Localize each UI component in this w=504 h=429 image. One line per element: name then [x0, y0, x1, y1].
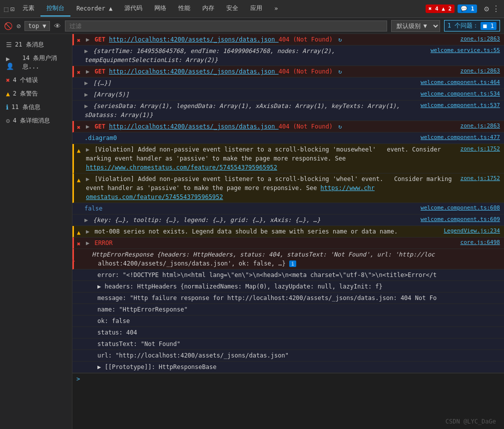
sidebar: ☰ 21 条消息 ▶ 👤 14 条用户消息... ✖ 4 个错误 ▲ 2 条警告…	[0, 34, 72, 429]
prop-prototype: ▶ [[Prototype]]: HttpResponseBase	[72, 362, 504, 373]
entry-source-12[interactable]: welcome.component.ts:609	[421, 216, 500, 224]
http-method-3: GET	[94, 123, 105, 130]
warning-entry-icon-2: ▲	[77, 176, 80, 184]
tab-more[interactable]: »	[268, 2, 284, 16]
http-url-3[interactable]: http://localhost:4200/assets/_jsons/data…	[109, 123, 279, 130]
error-entry-icon-1: ✖	[77, 36, 80, 45]
settings-icon[interactable]: ⚙	[484, 4, 489, 14]
warning-icon: ▲	[6, 90, 10, 98]
entry-source-9[interactable]: zone.js:1752	[461, 145, 500, 154]
entry-source-13[interactable]: LegendView.js:234	[444, 227, 500, 236]
filter-input[interactable]	[65, 20, 387, 32]
prop-name-url: url:	[97, 352, 115, 359]
entry-source-3[interactable]: zone.js:2863	[461, 67, 500, 76]
tab-console[interactable]: 控制台	[40, 1, 70, 16]
error-entry-icon-2: ✖	[77, 68, 80, 77]
violation-link-2[interactable]: https://www.chr omestatus.com/feature/57…	[86, 184, 375, 200]
entry-content-6: ▶ {seriesData: Array(1), legendData: Arr…	[84, 102, 415, 120]
violation-text-2: [Violation] Added non-passive event list…	[86, 176, 452, 200]
expand-btn-6[interactable]: ▶	[84, 102, 89, 110]
sidebar-item-verbose[interactable]: ⚙ 4 条详细消息	[0, 114, 72, 128]
sidebar-item-error[interactable]: ✖ 4 个错误	[0, 74, 72, 87]
expand-btn-10[interactable]: ▶	[84, 216, 89, 224]
level-select[interactable]: 默认级别 ▼	[391, 20, 440, 32]
prop-value-ok: false	[112, 318, 130, 324]
sidebar-item-warning[interactable]: ▲ 2 条警告	[0, 87, 72, 100]
tab-memory[interactable]: 内存	[196, 1, 220, 16]
entry-source-5[interactable]: welcome.component.ts:534	[421, 90, 500, 98]
expand-btn-8[interactable]: ▶	[86, 145, 91, 154]
expand-btn-3[interactable]: ▶	[86, 67, 91, 76]
tab-elements[interactable]: 元素	[16, 1, 40, 16]
obj-text-1: {startTime: 1649558645768, endTime: 1649…	[84, 48, 335, 64]
clear-icon[interactable]: 🚫	[4, 22, 12, 30]
info-badge[interactable]: 💬 1	[458, 4, 477, 13]
expand-btn-9[interactable]: ▶	[86, 174, 91, 184]
expand-btn-5[interactable]: ▶	[84, 90, 89, 99]
tab-network[interactable]: 网络	[148, 1, 172, 16]
entry-content-2: ▶ {startTime: 1649558645768, endTime: 16…	[84, 46, 425, 64]
entry-source-14[interactable]: core.js:6498	[461, 238, 500, 247]
entry-line-12: ▶ {key: {…}, tooltip: {…}, legend: {…}, …	[84, 216, 500, 224]
entry-source-4[interactable]: welcome.component.ts:464	[421, 78, 500, 87]
tab-recorder[interactable]: Recorder ▲	[70, 2, 118, 16]
entry-source-10[interactable]: zone.js:1752	[461, 174, 500, 183]
sidebar-item-all[interactable]: ☰ 21 条消息	[0, 38, 72, 52]
refresh-icon-2[interactable]: ↻	[338, 68, 342, 75]
more-icon[interactable]: ⋮	[492, 4, 500, 14]
console-panel[interactable]: ✖ ▶ GET http://localhost:4200/assets/_js…	[72, 34, 504, 429]
entry-source-7[interactable]: zone.js:2863	[461, 122, 500, 130]
expand-btn-11[interactable]: ▶	[86, 227, 91, 236]
pin-icon[interactable]: ⬚	[4, 5, 8, 13]
refresh-icon-3[interactable]: ↻	[338, 123, 342, 130]
tab-performance[interactable]: 性能	[172, 1, 196, 16]
sidebar-item-error-label: 4 个错误	[13, 76, 38, 84]
http-url-1[interactable]: http://localhost:4200/assets/_jsons/data…	[109, 36, 279, 43]
entry-content-13: ▶ mot-008 series not exists. Legend data…	[86, 227, 438, 236]
tab-application[interactable]: 应用	[244, 1, 268, 16]
prop-name-name: name:	[97, 306, 119, 313]
entry-content-7: ▶ GET http://localhost:4200/assets/_json…	[86, 122, 455, 131]
issue-badge[interactable]: 1 个问题： ■ 1	[444, 20, 500, 32]
console-entry-error-2: ✖ ▶ GET http://localhost:4200/assets/_js…	[72, 66, 504, 78]
refresh-icon-1[interactable]: ↻	[338, 36, 342, 43]
obj-text-4: {seriesData: Array(1), legendData: Array…	[84, 102, 400, 118]
prop-value-headers: HttpHeaders {normalizedNames: Map(0), la…	[137, 283, 383, 290]
expand-btn-12[interactable]: ▶	[86, 238, 91, 248]
entry-source-8[interactable]: welcome.component.ts:477	[421, 134, 500, 142]
console-entry-detail-1: ▶ {startTime: 1649558645768, endTime: 16…	[72, 46, 504, 66]
sidebar-item-user[interactable]: ▶ 👤 14 条用户消息...	[0, 52, 72, 74]
http-url-2[interactable]: http://localhost:4200/assets/_jsons/data…	[109, 68, 279, 75]
violation-link-1[interactable]: https://www.chromestatus.com/feature/574…	[86, 164, 277, 171]
expand-btn-prototype[interactable]: ▶	[97, 364, 101, 370]
console-prompt: >	[76, 376, 80, 382]
inspect-icon[interactable]: ⊡	[10, 5, 14, 13]
eye-icon[interactable]: 👁	[54, 22, 61, 30]
expand-btn-4[interactable]: ▶	[84, 78, 89, 88]
expand-btn-7[interactable]: ▶	[86, 122, 91, 131]
false-value: false	[84, 205, 102, 212]
error-icon: ✖	[6, 76, 10, 84]
entry-source-11[interactable]: welcome.component.ts:608	[421, 204, 500, 212]
entry-source-2[interactable]: welcome.service.ts:55	[431, 46, 500, 55]
entry-source-6[interactable]: welcome.component.ts:537	[421, 102, 500, 110]
entry-source-1[interactable]: zone.js:2863	[461, 35, 500, 44]
expand-btn-2[interactable]: ▶	[84, 46, 89, 56]
expand-btn-headers[interactable]: ▶	[97, 283, 101, 290]
sidebar-item-info[interactable]: ℹ 11 条信息	[0, 100, 72, 114]
entry-line-9: ▶ [Violation] Added non-passive event li…	[86, 145, 500, 172]
expand-btn-1[interactable]: ▶	[86, 35, 91, 44]
prop-ok: ok: false	[72, 316, 504, 327]
console-toolbar: 🚫 ⊘ top ▼ 👁 默认级别 ▼ 1 个问题： ■ 1	[0, 18, 504, 34]
console-input[interactable]	[83, 376, 500, 382]
tab-sources[interactable]: 源代码	[118, 1, 148, 16]
prop-name-ok: ok:	[97, 318, 112, 324]
error-badge[interactable]: ✖ 4 ▲ 2	[426, 4, 455, 13]
issue-label: 1 个问题：	[448, 22, 479, 30]
sidebar-item-all-label: 21 条消息	[15, 40, 44, 49]
prop-value-url: "http://localhost:4200/assets/_jsons/dat…	[115, 352, 289, 359]
filter-icon[interactable]: ⊘	[16, 22, 20, 30]
http-error-response: HttpErrorResponse {headers: HttpHeaders,…	[92, 251, 435, 258]
level-selector[interactable]: top ▼	[24, 21, 49, 31]
tab-security[interactable]: 安全	[220, 1, 244, 16]
